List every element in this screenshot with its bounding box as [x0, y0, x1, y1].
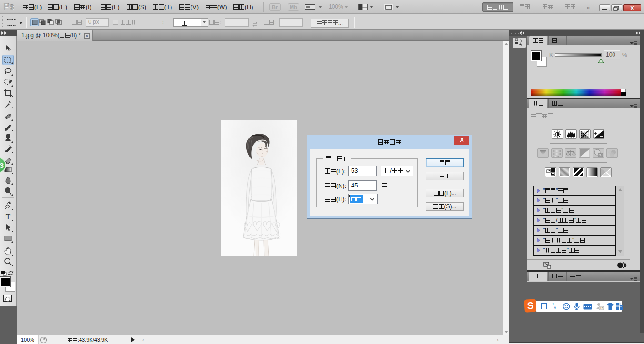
svg-text:T: T [6, 212, 11, 221]
svg-text:15: 15 [600, 306, 604, 310]
